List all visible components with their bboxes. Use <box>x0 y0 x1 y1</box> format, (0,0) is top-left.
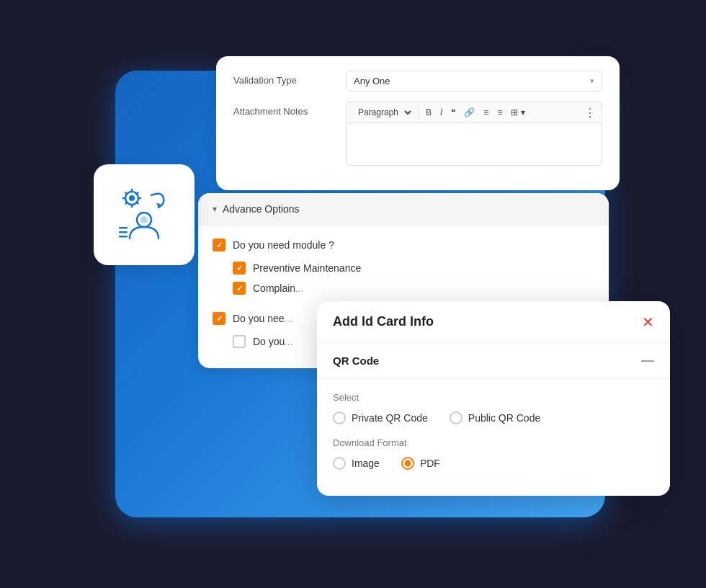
image-format-option[interactable]: Image <box>333 457 380 470</box>
question2-text: Do you nee... <box>233 313 292 324</box>
qr-code-section-header: QR Code — <box>317 343 670 379</box>
editor-toolbar: Paragraph B I ❝ 🔗 ≡ ≡ ⊞ ▾ ⋮ <box>346 102 602 122</box>
attachment-row: Attachment Notes Paragraph B I ❝ 🔗 ≡ ≡ ⊞… <box>233 102 602 166</box>
svg-rect-14 <box>119 231 128 233</box>
section-body: Select Private QR Code Public QR Code Do… <box>317 379 670 496</box>
checkbox-sub1[interactable] <box>233 262 246 275</box>
bold-button[interactable]: B <box>423 106 434 119</box>
select-label: Select <box>333 392 654 403</box>
image-format-radio[interactable] <box>333 457 346 470</box>
unordered-list-button[interactable]: ≡ <box>494 106 505 119</box>
image-format-label: Image <box>352 458 380 469</box>
section-collapse-icon[interactable]: — <box>641 353 654 368</box>
more-options-icon[interactable]: ⋮ <box>584 106 596 120</box>
add-id-card-modal: Add Id Card Info ✕ QR Code — Select Priv… <box>317 301 670 496</box>
table-button[interactable]: ⊞ ▾ <box>508 106 527 119</box>
question1-item: Do you need module ? <box>213 239 594 251</box>
attachment-label: Attachment Notes <box>233 102 334 117</box>
subitem1-text: Preventive Maintenance <box>253 262 361 274</box>
modal-close-button[interactable]: ✕ <box>642 315 654 329</box>
chevron-down-icon: ▾ <box>590 76 594 86</box>
pdf-format-radio[interactable] <box>401 457 414 470</box>
svg-point-12 <box>140 216 148 223</box>
italic-button[interactable]: I <box>437 106 445 119</box>
svg-line-7 <box>136 202 138 203</box>
subitem2-text: Complain... <box>253 282 304 294</box>
checkbox-q2[interactable] <box>213 312 225 325</box>
private-qr-label: Private QR Code <box>352 412 428 424</box>
chevron-icon: ▾ <box>213 204 217 214</box>
validation-row: Validation Type Any One ▾ <box>233 71 602 92</box>
link-button[interactable]: 🔗 <box>461 106 478 119</box>
checkbox-q1[interactable] <box>213 239 225 251</box>
quote-button[interactable]: ❝ <box>448 106 458 119</box>
pdf-format-option[interactable]: PDF <box>401 457 440 470</box>
ordered-list-button[interactable]: ≡ <box>481 106 491 119</box>
download-format-radio-group: Image PDF <box>333 457 654 470</box>
svg-line-8 <box>136 193 138 195</box>
svg-point-1 <box>129 195 135 201</box>
public-qr-radio[interactable] <box>450 411 463 424</box>
modal-body: QR Code — Select Private QR Code Public … <box>317 343 670 496</box>
private-qr-radio[interactable] <box>333 411 346 424</box>
question1-text: Do you need module ? <box>233 239 334 251</box>
checkbox-sub2[interactable] <box>233 282 246 295</box>
validation-label: Validation Type <box>233 71 334 86</box>
scene: Validation Type Any One ▾ Attachment Not… <box>72 35 634 553</box>
advance-label: Advance Options <box>223 203 300 215</box>
public-qr-option[interactable]: Public QR Code <box>450 411 540 424</box>
validation-value: Any One <box>354 76 390 86</box>
pdf-format-label: PDF <box>420 458 440 469</box>
admin-icon <box>112 182 176 247</box>
public-qr-label: Public QR Code <box>468 412 540 424</box>
svg-rect-15 <box>119 236 128 238</box>
attachment-control: Paragraph B I ❝ 🔗 ≡ ≡ ⊞ ▾ ⋮ <box>346 102 602 166</box>
qr-type-radio-group: Private QR Code Public QR Code <box>333 411 654 424</box>
sub-question-text: Do you... <box>253 336 293 347</box>
qr-code-title: QR Code <box>333 355 379 367</box>
paragraph-select[interactable]: Paragraph <box>352 105 414 120</box>
top-panel: Validation Type Any One ▾ Attachment Not… <box>216 56 620 190</box>
checkbox-sub-q[interactable] <box>233 335 246 348</box>
editor-body[interactable] <box>346 122 602 166</box>
subitem2: Complain... <box>233 282 594 295</box>
svg-line-6 <box>126 193 128 195</box>
subitem1: Preventive Maintenance <box>233 262 594 275</box>
toolbar-separator <box>418 107 419 118</box>
svg-line-9 <box>126 202 128 203</box>
validation-select[interactable]: Any One ▾ <box>346 71 602 92</box>
advance-header[interactable]: ▾ Advance Options <box>198 193 609 226</box>
validation-control: Any One ▾ <box>346 71 602 92</box>
private-qr-option[interactable]: Private QR Code <box>333 411 428 424</box>
download-format-label: Download Format <box>333 437 654 448</box>
modal-header: Add Id Card Info ✕ <box>317 301 670 343</box>
modal-title: Add Id Card Info <box>333 314 434 329</box>
icon-card <box>94 164 195 265</box>
svg-rect-13 <box>119 227 128 229</box>
